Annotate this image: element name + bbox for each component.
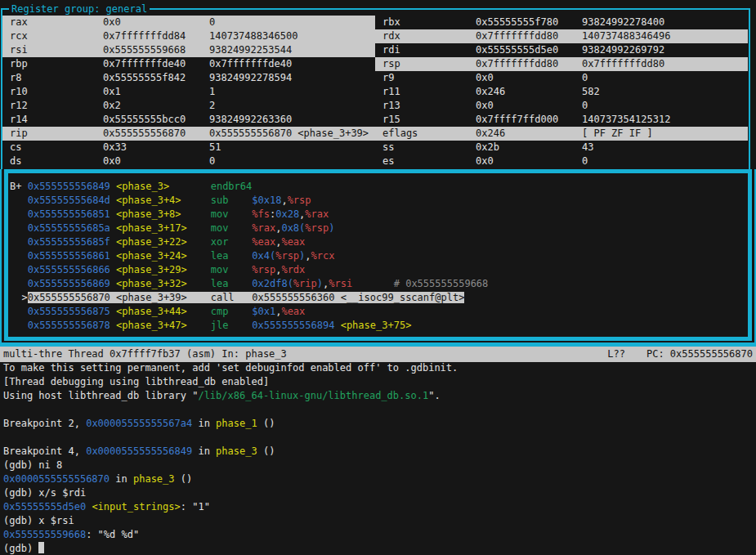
register-hex-value: 0x555555556870	[103, 127, 186, 141]
text-token	[10, 250, 28, 262]
text-token: jle	[211, 320, 229, 331]
text-token	[187, 278, 211, 289]
text-token: )	[317, 278, 323, 289]
text-token	[228, 222, 252, 234]
text-token: $0x1	[252, 306, 275, 317]
register-name: r14	[10, 113, 28, 127]
text-token	[334, 320, 340, 331]
register-decimal-value: 140737488346496	[582, 29, 670, 43]
register-decimal-value: 1	[209, 85, 215, 99]
disasm-line: 0x555555556851 <phase_3+8> mov %fs:0x28,…	[10, 208, 748, 222]
register-decimal-value: 0x555555556870 <phase_3+39>	[209, 127, 369, 141]
text-token: 0x8(	[281, 222, 305, 234]
text-token	[228, 278, 252, 289]
console-line: (gdb) x $rsi	[3, 514, 756, 528]
text-token: mov	[211, 208, 229, 220]
text-token: lea	[211, 250, 229, 262]
register-hex-value: 0x2	[103, 99, 121, 113]
text-token: 0x555555559668	[3, 529, 86, 540]
text-token: <phase_3+39>	[116, 292, 187, 303]
text-token: sub	[211, 195, 229, 206]
disasm-line: 0x55555555685f <phase_3+22> xor %eax,%ea…	[10, 235, 748, 249]
text-token	[110, 306, 116, 317]
register-decimal-value: 582	[582, 85, 600, 99]
terminal-cursor[interactable]	[38, 542, 44, 553]
disasm-line: 0x555555556866 <phase_3+29> mov %rsp,%rd…	[10, 263, 748, 277]
register-decimal-value: 0x7fffffffde40	[209, 57, 292, 71]
text-token	[228, 306, 252, 317]
register-decimal-value: 0	[582, 71, 588, 85]
register-row-ss: ss0x2b43	[375, 141, 748, 154]
text-token: %rcx	[311, 250, 335, 262]
register-decimal-value: 140737488346500	[209, 29, 297, 43]
register-name: rbx	[382, 16, 400, 29]
text-token	[187, 320, 211, 331]
register-name: r12	[10, 99, 28, 113]
text-token: %rdx	[281, 264, 305, 275]
text-token: call	[211, 292, 235, 303]
disassembly-window[interactable]: B+ 0x555555556849 <phase_3> endbr64 0x55…	[0, 169, 756, 347]
register-hex-value: 0x7ffff7ffd000	[476, 113, 558, 127]
register-name: rcx	[10, 29, 28, 43]
text-token: endbr64	[211, 181, 253, 192]
text-token: in	[110, 473, 133, 485]
register-row-r13: r130x00	[375, 99, 748, 113]
register-hex-value: 0x7fffffffde40	[103, 57, 186, 71]
text-token	[187, 222, 211, 234]
text-token	[235, 292, 253, 303]
text-token	[169, 181, 211, 192]
text-token	[110, 292, 116, 303]
text-token: 0x55555555d5e0	[3, 501, 86, 512]
text-token: (gdb) ni 8	[3, 459, 62, 471]
text-token: 0x555555556866	[28, 264, 110, 275]
text-token: 0x555555556849	[28, 181, 110, 192]
register-hex-value: 0x55555555f842	[103, 71, 186, 85]
console-line: Using host libthread_db library "/lib/x8…	[3, 389, 756, 403]
register-row-r8: r80x55555555f84293824992278594	[2, 71, 375, 85]
current-instruction-highlight: 0x555555556870 <phase_3+39> call 0x55555…	[28, 292, 465, 303]
register-decimal-value: 93824992278400	[582, 16, 664, 29]
text-token: cmp	[211, 306, 229, 317]
register-decimal-value: 0	[209, 154, 215, 168]
text-token: ()	[257, 418, 275, 429]
text-token: <phase_3+4>	[116, 195, 181, 206]
text-token: 0x555555556875	[28, 306, 110, 317]
text-token	[352, 278, 394, 289]
register-row-es: es0x00	[375, 154, 748, 168]
register-decimal-value: 93824992278594	[209, 71, 292, 85]
text-token: 0x0000555555556870	[3, 473, 110, 485]
text-token	[10, 208, 28, 220]
register-name: rax	[10, 16, 28, 29]
register-row-rax: rax0x00	[2, 16, 375, 29]
text-token: ()	[175, 473, 193, 485]
register-hex-value: 0x7fffffffdd80	[476, 29, 558, 43]
text-token	[110, 208, 116, 220]
text-token: xor	[211, 236, 229, 248]
gdb-console[interactable]: To make this setting permanent, add 'set…	[0, 361, 756, 555]
text-token: <input_strings>	[92, 501, 180, 512]
text-token: 0x555555556851	[28, 208, 110, 220]
register-name: r11	[382, 85, 400, 99]
text-token: lea	[211, 278, 229, 289]
text-token	[110, 264, 116, 275]
text-token: 0x555555556869	[28, 278, 110, 289]
register-name: cs	[10, 141, 21, 154]
text-token: mov	[211, 264, 229, 275]
register-name: eflags	[382, 127, 418, 141]
register-row-eflags: eflags0x246[ PF ZF IF ]	[375, 127, 748, 141]
register-hex-value: 0x0	[476, 71, 494, 85]
text-token: 0x555555556894	[252, 320, 334, 331]
gdb-tui-terminal: { "colors":{ "bg":"#161616","fg":"#e2e2e…	[0, 0, 756, 555]
register-name: r8	[10, 71, 21, 85]
text-token	[110, 236, 116, 248]
text-token: %eax	[281, 236, 305, 248]
text-token	[110, 222, 116, 234]
register-row-r14: r140x55555555bcc093824992263360	[2, 113, 375, 127]
register-decimal-value: 140737354125312	[582, 113, 670, 127]
register-hex-value: 0x7fffffffdd80	[476, 57, 558, 71]
text-token: 0x55555555685f	[28, 236, 110, 248]
register-hex-value: 0x55555555bcc0	[103, 113, 186, 127]
register-row-rdi: rdi0x55555555d5e093824992269792	[375, 43, 748, 57]
text-token	[187, 306, 211, 317]
text-token: %rax	[305, 208, 329, 220]
